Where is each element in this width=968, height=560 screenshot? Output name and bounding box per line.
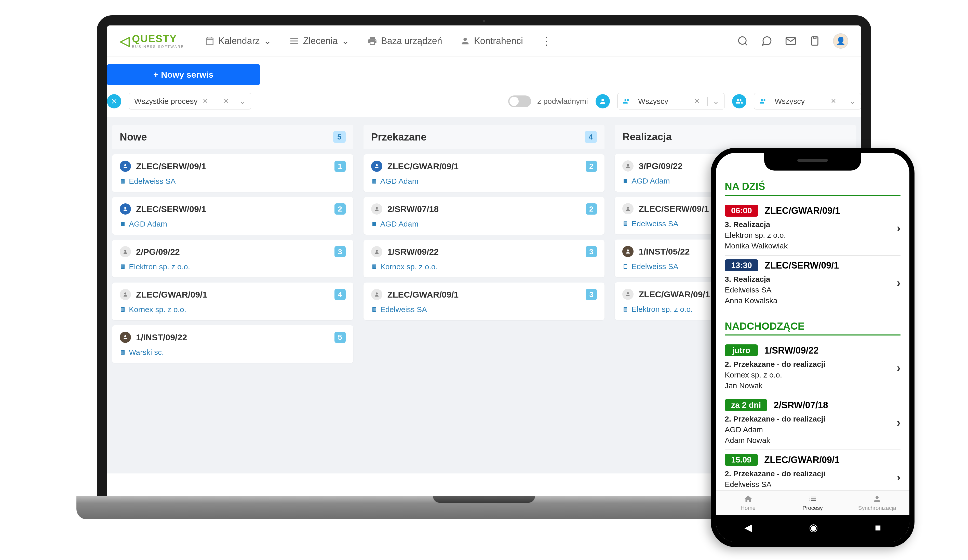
card-company[interactable]: AGD Adam	[371, 177, 597, 185]
clear-icon[interactable]: ✕	[224, 97, 229, 105]
mobile-task-card[interactable]: 15.09 ZLEC/GWAR/09/1 2. Przekazane - do …	[725, 450, 900, 490]
nav-calendar[interactable]: Kalendarz ⌄	[205, 35, 271, 47]
kanban-card[interactable]: 1/SRW/09/22 3 Kornex sp. z o.o.	[363, 240, 605, 278]
card-order-id: ZLEC/SERW/09/1	[136, 161, 329, 171]
android-home[interactable]: ◉	[809, 522, 818, 533]
process-filter-chip[interactable]: Wszystkie procesy ✕ ✕ ⌄	[129, 93, 251, 109]
kanban-card[interactable]: ZLEC/GWAR/09/1 4 Kornex sp. z o.o.	[112, 282, 353, 320]
kanban-card[interactable]: ZLEC/GWAR/09/1 3 Edelweiss SA	[363, 282, 605, 320]
card-order-id: 2/SRW/07/18	[388, 204, 581, 214]
mobile-person: Monika Walkowiak	[725, 241, 900, 251]
kanban-card[interactable]: 2/PG/09/22 3 Elektron sp. z o.o.	[112, 240, 353, 278]
clipboard-icon[interactable]	[809, 35, 820, 46]
remove-chip-icon[interactable]: ✕	[202, 97, 208, 105]
mobile-company: Edelweiss SA	[725, 479, 900, 490]
card-company[interactable]: AGD Adam	[120, 220, 346, 228]
building-icon	[371, 178, 377, 184]
building-icon	[622, 221, 628, 227]
card-company[interactable]: AGD Adam	[371, 220, 597, 228]
assignee-avatar	[120, 246, 131, 257]
clear-icon[interactable]: ✕	[694, 97, 700, 105]
more-vertical-icon: ⋮	[541, 35, 552, 47]
nav-devices[interactable]: Baza urządzeń	[367, 35, 442, 47]
chevron-down-icon: ⌄	[844, 97, 856, 106]
mobile-status: 3. Realizacja	[725, 274, 900, 284]
mail-icon[interactable]	[785, 35, 796, 46]
mobile-status: 2. Przekazane - do realizacji	[725, 468, 900, 479]
card-order-id: ZLEC/SERW/09/1	[136, 204, 329, 214]
logo[interactable]: ◁ QUESTY BUSINESS SOFTWARE	[120, 33, 184, 49]
mobile-status: 2. Przekazane - do realizacji	[725, 359, 900, 370]
mobile-task-card[interactable]: 13:30 ZLEC/SERW/09/1 3. Realizacja Edelw…	[725, 256, 900, 310]
card-company[interactable]: Warski sc.	[120, 348, 346, 357]
user-avatar[interactable]: 👤	[833, 33, 848, 49]
person-icon	[460, 36, 470, 46]
assignee-avatar	[622, 289, 633, 300]
new-service-button[interactable]: + Nowy serwis	[107, 64, 260, 85]
card-order-id: 1/INST/09/22	[136, 332, 329, 342]
team-filter-button[interactable]	[732, 94, 746, 109]
chevron-right-icon: ›	[897, 276, 900, 289]
calendar-icon	[205, 36, 215, 46]
mobile-nav-sync[interactable]: Synchronizacja	[845, 491, 909, 515]
clear-filters-button[interactable]	[107, 94, 121, 109]
mobile-person: Adam Nowak	[725, 435, 900, 446]
subordinates-toggle[interactable]	[508, 96, 531, 107]
search-icon[interactable]	[737, 35, 748, 46]
card-priority-badge: 2	[335, 203, 346, 215]
clear-icon[interactable]: ✕	[831, 97, 836, 105]
kanban-card[interactable]: 2/SRW/07/18 2 AGD Adam	[363, 197, 605, 235]
svg-point-9	[376, 164, 378, 166]
card-company[interactable]: Elektron sp. z o.o.	[120, 263, 346, 271]
user-filter-button[interactable]	[595, 94, 610, 109]
mobile-nav-home[interactable]: Home	[716, 491, 780, 515]
mobile-task-card[interactable]: za 2 dni 2/SRW/07/18 2. Przekazane - do …	[725, 395, 900, 450]
assignee-select[interactable]: Wszyscy ✕ ⌄	[617, 93, 724, 109]
building-icon	[622, 178, 628, 184]
mobile-task-card[interactable]: 06:00 ZLEC/GWAR/09/1 3. Realizacja Elekt…	[725, 201, 900, 256]
nav-contractors[interactable]: Kontrahenci	[460, 35, 523, 47]
chevron-down-icon[interactable]: ⌄	[234, 97, 246, 106]
list-icon	[289, 36, 299, 46]
kanban-card[interactable]: ZLEC/GWAR/09/1 2 AGD Adam	[363, 154, 605, 192]
mobile-bottom-nav: Home Procesy Synchronizacja	[716, 490, 909, 515]
svg-point-15	[627, 249, 629, 251]
mobile-person: Jan Nowak	[725, 380, 900, 391]
android-recent[interactable]: ■	[875, 522, 881, 533]
svg-point-16	[627, 292, 629, 294]
card-company[interactable]: Edelweiss SA	[120, 177, 346, 185]
svg-point-11	[376, 250, 378, 252]
android-back[interactable]: ◀	[744, 522, 752, 533]
mobile-order-id: 1/SRW/09/22	[764, 345, 819, 356]
card-order-id: ZLEC/GWAR/09/1	[388, 161, 581, 171]
chat-icon[interactable]	[761, 35, 772, 46]
kanban-card[interactable]: 1/INST/09/22 5 Warski sc.	[112, 325, 353, 363]
kanban-card[interactable]: ZLEC/SERW/09/1 1 Edelweiss SA	[112, 154, 353, 192]
card-company[interactable]: Edelweiss SA	[371, 305, 597, 314]
nav-more[interactable]: ⋮	[541, 35, 552, 47]
building-icon	[120, 178, 126, 184]
building-icon	[622, 306, 628, 312]
svg-point-10	[376, 207, 378, 209]
card-order-id: ZLEC/GWAR/09/1	[136, 290, 329, 300]
toggle-label: z podwładnymi	[537, 97, 588, 106]
logo-sub: BUSINESS SOFTWARE	[132, 45, 184, 49]
building-icon	[622, 263, 628, 269]
mobile-nav-processes[interactable]: Procesy	[780, 491, 845, 515]
printer-icon	[367, 36, 377, 46]
svg-point-5	[124, 207, 126, 209]
building-icon	[120, 306, 126, 312]
kanban-card[interactable]: ZLEC/SERW/09/1 2 AGD Adam	[112, 197, 353, 235]
card-company[interactable]: Kornex sp. z o.o.	[371, 263, 597, 271]
mobile-task-card[interactable]: jutro 1/SRW/09/22 2. Przekazane - do rea…	[725, 340, 900, 395]
team-select[interactable]: Wszyscy ✕ ⌄	[754, 93, 861, 109]
home-icon	[744, 494, 753, 504]
building-icon	[371, 221, 377, 227]
nav-orders[interactable]: Zlecenia ⌄	[289, 35, 349, 47]
column-title: Przekazane	[371, 131, 427, 143]
assignee-avatar	[120, 203, 131, 215]
chevron-down-icon: ⌄	[708, 97, 719, 106]
card-priority-badge: 2	[586, 203, 597, 215]
card-company[interactable]: Kornex sp. z o.o.	[120, 305, 346, 314]
mobile-order-id: ZLEC/GWAR/09/1	[765, 205, 840, 216]
